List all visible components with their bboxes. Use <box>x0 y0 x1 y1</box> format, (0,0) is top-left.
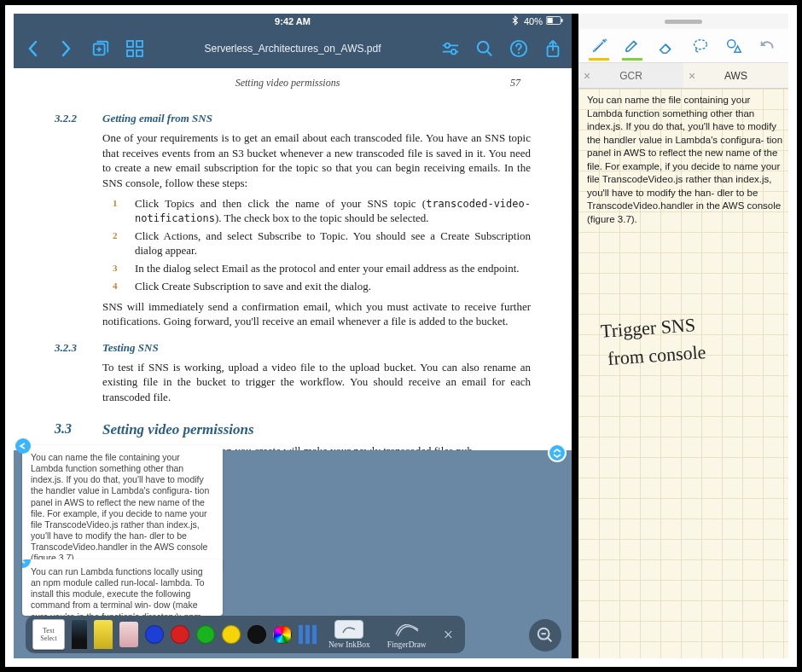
notes-canvas[interactable]: You can name the file containing your La… <box>578 89 788 658</box>
svg-point-10 <box>478 42 489 53</box>
home-indicator <box>578 14 788 29</box>
text-select-tool[interactable]: Text Select <box>32 619 65 650</box>
highlighter-tool[interactable] <box>94 620 113 649</box>
color-blue[interactable] <box>145 625 164 644</box>
svg-rect-1 <box>547 18 552 23</box>
finger-draw-button[interactable]: FingerDraw <box>382 620 432 649</box>
body-text: One of your requirements is to get an em… <box>102 130 531 190</box>
annotation-card[interactable]: You can name the file containing your La… <box>22 445 223 571</box>
battery-icon <box>546 16 563 26</box>
status-bar: 9:42 AM 40% <box>14 14 572 29</box>
color-black[interactable] <box>247 625 266 644</box>
step-list: 1Click Topics and then click the name of… <box>123 197 531 293</box>
section-number: 3.2.3 <box>55 341 90 355</box>
help-button[interactable] <box>502 32 536 66</box>
color-yellow[interactable] <box>222 625 241 644</box>
svg-rect-5 <box>137 41 142 47</box>
color-green[interactable] <box>196 625 215 644</box>
section-title: Setting video permissions <box>102 421 254 438</box>
annotation-marker-icon[interactable] <box>22 559 31 568</box>
svg-point-12 <box>518 52 520 54</box>
annotation-marker-icon[interactable] <box>15 438 31 454</box>
svg-rect-6 <box>127 50 133 56</box>
eraser-tool[interactable] <box>654 32 678 60</box>
document-title[interactable]: Serverless_Architectures_on_AWS.pdf <box>152 43 433 55</box>
notes-tab-bar: × GCR × AWS <box>578 63 788 89</box>
expand-collapse-toggle[interactable] <box>548 443 567 462</box>
annotation-card[interactable]: You can run Lambda functions locally usi… <box>22 559 223 616</box>
svg-point-8 <box>445 43 450 49</box>
thumbnails-button[interactable] <box>118 32 152 66</box>
typed-note-text: You can name the file containing your La… <box>587 94 787 226</box>
svg-point-15 <box>603 39 605 41</box>
document-viewport[interactable]: Setting video permissions 57 3.2.2 Getti… <box>14 68 572 658</box>
body-text: To test if SNS is working, upload a vide… <box>102 360 531 405</box>
annotation-toolbar: Text Select New InkBox <box>26 616 465 653</box>
notes-toolbar <box>578 29 788 63</box>
eraser-tool[interactable] <box>119 622 138 647</box>
close-toolbar-button[interactable]: × <box>439 625 458 645</box>
status-time: 9:42 AM <box>275 16 311 26</box>
undo-button[interactable] <box>756 32 780 60</box>
bluetooth-icon <box>512 15 520 27</box>
svg-point-16 <box>694 39 706 49</box>
back-button[interactable] <box>15 32 49 66</box>
new-inkbox-button[interactable]: New InkBox <box>323 620 375 649</box>
body-text: SNS will immediately send a confirmation… <box>102 299 531 329</box>
pen-tool[interactable] <box>72 620 87 649</box>
handwriting-text: from console <box>607 341 706 370</box>
forward-button[interactable] <box>49 32 84 66</box>
tab-gcr[interactable]: × GCR <box>578 63 683 88</box>
svg-rect-2 <box>561 19 563 22</box>
nav-bar: Serverless_Architectures_on_AWS.pdf <box>14 29 572 68</box>
share-button[interactable] <box>536 32 570 66</box>
svg-rect-7 <box>137 50 142 56</box>
battery-label: 40% <box>524 16 543 26</box>
section-number: 3.2.2 <box>55 112 90 125</box>
zoom-button[interactable] <box>529 619 561 652</box>
shapes-tool[interactable] <box>722 32 746 60</box>
pen-tool[interactable] <box>587 32 611 60</box>
svg-rect-4 <box>127 41 133 47</box>
section-number: 3.3 <box>55 421 90 438</box>
close-tab-icon[interactable]: × <box>689 69 695 83</box>
tab-aws[interactable]: × AWS <box>683 63 788 88</box>
section-title: Testing SNS <box>102 341 159 355</box>
annotation-drawer: You can name the file containing your La… <box>14 450 572 658</box>
close-tab-icon[interactable]: × <box>584 69 590 83</box>
svg-point-9 <box>451 49 456 55</box>
running-head: Setting video permissions <box>65 77 510 90</box>
svg-point-17 <box>728 39 735 47</box>
lasso-tool[interactable] <box>689 32 712 60</box>
handwriting-text: Trigger SNS <box>600 314 696 343</box>
stroke-width-tool[interactable] <box>299 625 317 644</box>
tabs-button[interactable] <box>84 32 118 66</box>
notes-app: × GCR × AWS You can name the file contai… <box>578 14 788 658</box>
color-picker[interactable] <box>273 625 292 644</box>
section-title: Getting email from SNS <box>102 112 212 125</box>
highlighter-tool[interactable] <box>620 32 644 60</box>
page-number: 57 <box>510 77 520 90</box>
color-red[interactable] <box>171 625 189 644</box>
split-view-divider[interactable] <box>572 14 578 658</box>
view-settings-button[interactable] <box>433 32 468 66</box>
pdf-app: 9:42 AM 40% Serverless_Architectures_on_… <box>14 14 572 658</box>
search-button[interactable] <box>468 32 502 66</box>
